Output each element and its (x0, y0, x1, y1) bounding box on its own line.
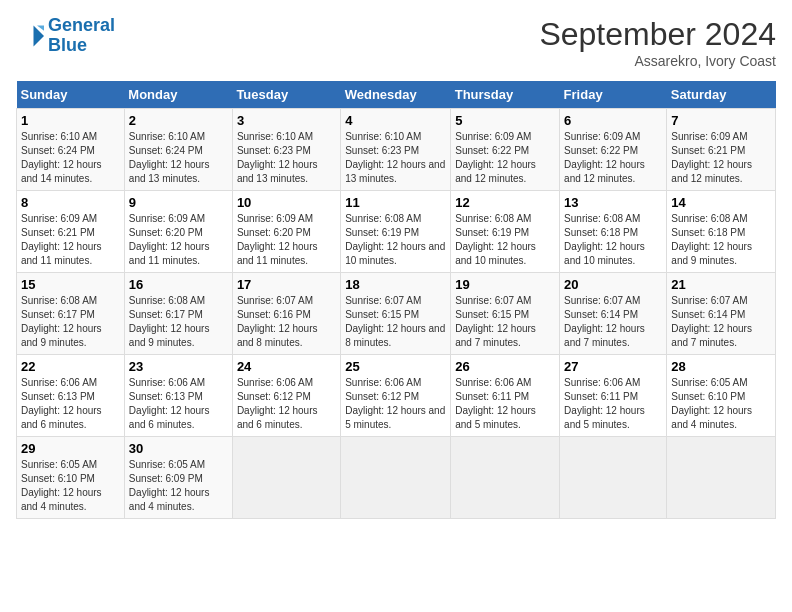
day-number: 25 (345, 359, 446, 374)
calendar-cell: 1Sunrise: 6:10 AMSunset: 6:24 PMDaylight… (17, 109, 125, 191)
calendar-cell (341, 437, 451, 519)
day-info: Sunrise: 6:10 AMSunset: 6:24 PMDaylight:… (129, 130, 228, 186)
day-number: 5 (455, 113, 555, 128)
day-number: 10 (237, 195, 336, 210)
day-info: Sunrise: 6:08 AMSunset: 6:17 PMDaylight:… (21, 294, 120, 350)
day-number: 23 (129, 359, 228, 374)
day-info: Sunrise: 6:06 AMSunset: 6:13 PMDaylight:… (129, 376, 228, 432)
calendar-cell: 11Sunrise: 6:08 AMSunset: 6:19 PMDayligh… (341, 191, 451, 273)
calendar-week-1: 1Sunrise: 6:10 AMSunset: 6:24 PMDaylight… (17, 109, 776, 191)
day-number: 20 (564, 277, 662, 292)
day-info: Sunrise: 6:06 AMSunset: 6:12 PMDaylight:… (345, 376, 446, 432)
day-number: 8 (21, 195, 120, 210)
calendar-cell: 26Sunrise: 6:06 AMSunset: 6:11 PMDayligh… (451, 355, 560, 437)
day-header-monday: Monday (124, 81, 232, 109)
day-number: 3 (237, 113, 336, 128)
day-header-saturday: Saturday (667, 81, 776, 109)
day-info: Sunrise: 6:07 AMSunset: 6:15 PMDaylight:… (455, 294, 555, 350)
calendar-week-5: 29Sunrise: 6:05 AMSunset: 6:10 PMDayligh… (17, 437, 776, 519)
calendar-header-row: SundayMondayTuesdayWednesdayThursdayFrid… (17, 81, 776, 109)
day-info: Sunrise: 6:05 AMSunset: 6:10 PMDaylight:… (671, 376, 771, 432)
day-info: Sunrise: 6:09 AMSunset: 6:22 PMDaylight:… (564, 130, 662, 186)
day-info: Sunrise: 6:09 AMSunset: 6:21 PMDaylight:… (671, 130, 771, 186)
day-info: Sunrise: 6:09 AMSunset: 6:21 PMDaylight:… (21, 212, 120, 268)
day-number: 26 (455, 359, 555, 374)
day-header-wednesday: Wednesday (341, 81, 451, 109)
day-info: Sunrise: 6:08 AMSunset: 6:18 PMDaylight:… (564, 212, 662, 268)
day-number: 22 (21, 359, 120, 374)
day-number: 15 (21, 277, 120, 292)
calendar-cell: 16Sunrise: 6:08 AMSunset: 6:17 PMDayligh… (124, 273, 232, 355)
logo: General Blue (16, 16, 115, 56)
day-info: Sunrise: 6:08 AMSunset: 6:18 PMDaylight:… (671, 212, 771, 268)
day-info: Sunrise: 6:09 AMSunset: 6:22 PMDaylight:… (455, 130, 555, 186)
logo-icon (16, 22, 44, 50)
day-info: Sunrise: 6:10 AMSunset: 6:23 PMDaylight:… (345, 130, 446, 186)
day-number: 21 (671, 277, 771, 292)
calendar-cell: 22Sunrise: 6:06 AMSunset: 6:13 PMDayligh… (17, 355, 125, 437)
calendar-cell: 19Sunrise: 6:07 AMSunset: 6:15 PMDayligh… (451, 273, 560, 355)
calendar-cell: 2Sunrise: 6:10 AMSunset: 6:24 PMDaylight… (124, 109, 232, 191)
calendar-cell: 9Sunrise: 6:09 AMSunset: 6:20 PMDaylight… (124, 191, 232, 273)
day-info: Sunrise: 6:07 AMSunset: 6:14 PMDaylight:… (564, 294, 662, 350)
calendar-cell: 6Sunrise: 6:09 AMSunset: 6:22 PMDaylight… (560, 109, 667, 191)
day-number: 13 (564, 195, 662, 210)
day-number: 11 (345, 195, 446, 210)
day-number: 14 (671, 195, 771, 210)
calendar-cell: 23Sunrise: 6:06 AMSunset: 6:13 PMDayligh… (124, 355, 232, 437)
calendar-cell: 5Sunrise: 6:09 AMSunset: 6:22 PMDaylight… (451, 109, 560, 191)
logo-text: General Blue (48, 16, 115, 56)
calendar-cell: 13Sunrise: 6:08 AMSunset: 6:18 PMDayligh… (560, 191, 667, 273)
day-info: Sunrise: 6:06 AMSunset: 6:13 PMDaylight:… (21, 376, 120, 432)
calendar-cell: 14Sunrise: 6:08 AMSunset: 6:18 PMDayligh… (667, 191, 776, 273)
calendar-cell: 12Sunrise: 6:08 AMSunset: 6:19 PMDayligh… (451, 191, 560, 273)
calendar-cell: 15Sunrise: 6:08 AMSunset: 6:17 PMDayligh… (17, 273, 125, 355)
day-number: 17 (237, 277, 336, 292)
day-number: 2 (129, 113, 228, 128)
svg-marker-1 (37, 25, 44, 30)
calendar-cell: 7Sunrise: 6:09 AMSunset: 6:21 PMDaylight… (667, 109, 776, 191)
calendar-cell: 29Sunrise: 6:05 AMSunset: 6:10 PMDayligh… (17, 437, 125, 519)
calendar-cell: 3Sunrise: 6:10 AMSunset: 6:23 PMDaylight… (232, 109, 340, 191)
calendar-cell (451, 437, 560, 519)
day-info: Sunrise: 6:07 AMSunset: 6:16 PMDaylight:… (237, 294, 336, 350)
month-title: September 2024 (539, 16, 776, 53)
calendar-cell: 30Sunrise: 6:05 AMSunset: 6:09 PMDayligh… (124, 437, 232, 519)
calendar-cell: 17Sunrise: 6:07 AMSunset: 6:16 PMDayligh… (232, 273, 340, 355)
calendar-cell: 8Sunrise: 6:09 AMSunset: 6:21 PMDaylight… (17, 191, 125, 273)
calendar-week-3: 15Sunrise: 6:08 AMSunset: 6:17 PMDayligh… (17, 273, 776, 355)
day-number: 1 (21, 113, 120, 128)
day-header-sunday: Sunday (17, 81, 125, 109)
logo-line2: Blue (48, 35, 87, 55)
calendar-cell: 28Sunrise: 6:05 AMSunset: 6:10 PMDayligh… (667, 355, 776, 437)
calendar-cell: 4Sunrise: 6:10 AMSunset: 6:23 PMDaylight… (341, 109, 451, 191)
calendar-cell (560, 437, 667, 519)
day-number: 7 (671, 113, 771, 128)
calendar-cell: 21Sunrise: 6:07 AMSunset: 6:14 PMDayligh… (667, 273, 776, 355)
day-number: 27 (564, 359, 662, 374)
day-info: Sunrise: 6:05 AMSunset: 6:09 PMDaylight:… (129, 458, 228, 514)
day-number: 19 (455, 277, 555, 292)
location-subtitle: Assarekro, Ivory Coast (539, 53, 776, 69)
day-number: 29 (21, 441, 120, 456)
calendar-table: SundayMondayTuesdayWednesdayThursdayFrid… (16, 81, 776, 519)
day-info: Sunrise: 6:08 AMSunset: 6:19 PMDaylight:… (455, 212, 555, 268)
calendar-week-4: 22Sunrise: 6:06 AMSunset: 6:13 PMDayligh… (17, 355, 776, 437)
day-info: Sunrise: 6:05 AMSunset: 6:10 PMDaylight:… (21, 458, 120, 514)
day-header-thursday: Thursday (451, 81, 560, 109)
day-number: 12 (455, 195, 555, 210)
logo-line1: General (48, 15, 115, 35)
page-header: General Blue September 2024 Assarekro, I… (16, 16, 776, 69)
calendar-cell: 18Sunrise: 6:07 AMSunset: 6:15 PMDayligh… (341, 273, 451, 355)
calendar-cell: 25Sunrise: 6:06 AMSunset: 6:12 PMDayligh… (341, 355, 451, 437)
calendar-cell: 20Sunrise: 6:07 AMSunset: 6:14 PMDayligh… (560, 273, 667, 355)
day-number: 24 (237, 359, 336, 374)
day-number: 9 (129, 195, 228, 210)
day-number: 28 (671, 359, 771, 374)
day-number: 4 (345, 113, 446, 128)
day-info: Sunrise: 6:09 AMSunset: 6:20 PMDaylight:… (129, 212, 228, 268)
day-number: 16 (129, 277, 228, 292)
day-header-tuesday: Tuesday (232, 81, 340, 109)
day-header-friday: Friday (560, 81, 667, 109)
day-info: Sunrise: 6:07 AMSunset: 6:14 PMDaylight:… (671, 294, 771, 350)
